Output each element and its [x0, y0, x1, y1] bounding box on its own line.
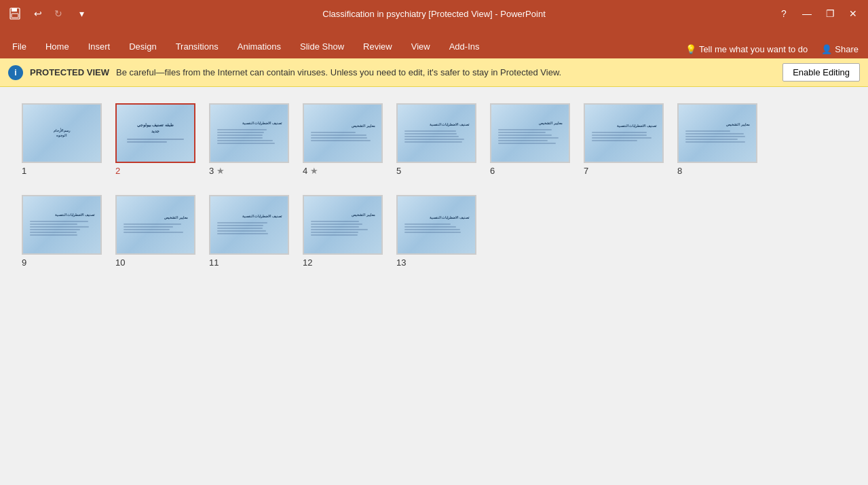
- slide-thumbnail-2: طبقه تصنيف بيولوجيجديد: [115, 103, 195, 163]
- slide-item-1[interactable]: رسم الأرحامالوجوه 1: [22, 103, 102, 176]
- minimize-button[interactable]: —: [797, 4, 816, 23]
- slide-star-4: ★: [310, 166, 318, 176]
- slide-item-13[interactable]: تصنيف الاضطرابات النفسية 13: [396, 195, 476, 268]
- window-title: Classification in psychiatry [Protected …: [322, 9, 546, 19]
- tab-file[interactable]: File: [3, 34, 36, 58]
- close-button[interactable]: ✕: [844, 4, 863, 23]
- tab-slide-show[interactable]: Slide Show: [290, 34, 354, 58]
- undo-button[interactable]: ↩: [29, 4, 48, 23]
- help-icon[interactable]: ?: [774, 4, 793, 23]
- tab-design[interactable]: Design: [119, 34, 166, 58]
- slide-thumbnail-13: تصنيف الاضطرابات النفسية: [396, 195, 476, 255]
- tab-home[interactable]: Home: [36, 34, 79, 58]
- customize-quick-access[interactable]: ▾: [72, 4, 91, 23]
- slide-number-2: 2: [115, 166, 120, 176]
- title-bar-left: ↩ ↻ ▾: [5, 4, 91, 23]
- slide-grid: رسم الأرحامالوجوه 1 طبقه تصنيف بيولوجيجد…: [0, 87, 868, 485]
- slide-number-9: 9: [22, 257, 26, 268]
- slide-thumbnail-6: معايير التشخيص: [490, 103, 570, 163]
- slide-item-4[interactable]: معايير التشخيص 4★: [303, 103, 383, 176]
- svg-rect-2: [12, 14, 18, 18]
- slide-item-8[interactable]: معايير التشخيص 8: [677, 103, 757, 176]
- tab-view[interactable]: View: [402, 34, 440, 58]
- search-box[interactable]: 💡 Tell me what you want to do: [679, 41, 814, 57]
- slide-thumbnail-8: معايير التشخيص: [677, 103, 757, 163]
- protected-view-message: Be careful—files from the Internet can c…: [116, 67, 776, 77]
- slide-star-3: ★: [216, 166, 225, 176]
- slide-number-7: 7: [584, 166, 588, 176]
- slide-thumbnail-11: تصنيف الاضطرابات النفسية: [209, 195, 289, 255]
- slide-thumbnail-5: تصنيف الاضطرابات النفسية: [396, 103, 476, 163]
- share-icon: 👤: [821, 44, 832, 54]
- slide-thumbnail-12: معايير التشخيص: [303, 195, 383, 255]
- slide-number-5: 5: [396, 166, 401, 176]
- slide-thumbnail-9: تصنيف الاضطرابات النفسية: [22, 195, 102, 255]
- slide-number-4: 4: [303, 166, 307, 176]
- slide-number-12: 12: [303, 257, 312, 268]
- ribbon-tabs: File Home Insert Design Transitions Anim…: [0, 27, 868, 58]
- slide-number-13: 13: [396, 257, 406, 268]
- title-bar-right: ? — ❐ ✕: [774, 4, 863, 23]
- slide-number-8: 8: [677, 166, 682, 176]
- slide-thumbnail-10: معايير التشخيص: [115, 195, 195, 255]
- slide-item-12[interactable]: معايير التشخيص 12: [303, 195, 383, 268]
- slide-number-10: 10: [115, 257, 125, 268]
- slide-number-1: 1: [22, 166, 26, 176]
- slide-item-3[interactable]: تصنيف الاضطرابات النفسية 3★: [209, 103, 289, 176]
- slide-item-11[interactable]: تصنيف الاضطرابات النفسية 11: [209, 195, 289, 268]
- slide-item-6[interactable]: معايير التشخيص 6: [490, 103, 570, 176]
- title-bar: ↩ ↻ ▾ Classification in psychiatry [Prot…: [0, 0, 868, 27]
- tab-transitions[interactable]: Transitions: [166, 34, 228, 58]
- slide-thumbnail-3: تصنيف الاضطرابات النفسية: [209, 103, 289, 163]
- enable-editing-button[interactable]: Enable Editing: [782, 63, 860, 82]
- slide-item-7[interactable]: تصنيف الاضطرابات النفسية 7: [584, 103, 664, 176]
- slide-thumbnail-1: رسم الأرحامالوجوه: [22, 103, 102, 163]
- redo-button[interactable]: ↻: [49, 4, 68, 23]
- slide-thumbnail-7: تصنيف الاضطرابات النفسية: [584, 103, 664, 163]
- slide-item-5[interactable]: تصنيف الاضطرابات النفسية 5: [396, 103, 476, 176]
- undo-redo-group: ↩ ↻: [29, 4, 68, 23]
- save-icon[interactable]: [5, 4, 24, 23]
- slide-thumbnail-4: معايير التشخيص: [303, 103, 383, 163]
- tab-add-ins[interactable]: Add-Ins: [440, 34, 489, 58]
- search-icon: 💡: [685, 44, 696, 54]
- svg-rect-1: [12, 8, 17, 12]
- slide-item-2[interactable]: طبقه تصنيف بيولوجيجديد 2: [115, 103, 195, 176]
- slide-item-9[interactable]: تصنيف الاضطرابات النفسية 9: [22, 195, 102, 268]
- tab-animations[interactable]: Animations: [228, 34, 290, 58]
- protected-view-label: PROTECTED VIEW: [30, 67, 109, 77]
- slide-item-10[interactable]: معايير التشخيص 10: [115, 195, 195, 268]
- slide-number-11: 11: [209, 257, 219, 268]
- share-button[interactable]: 👤 Share: [814, 41, 865, 57]
- restore-button[interactable]: ❐: [820, 4, 839, 23]
- protected-view-bar: i PROTECTED VIEW Be careful—files from t…: [0, 58, 868, 87]
- slide-number-6: 6: [490, 166, 495, 176]
- tab-review[interactable]: Review: [354, 34, 402, 58]
- tab-insert[interactable]: Insert: [79, 34, 120, 58]
- slide-number-3: 3: [209, 166, 214, 176]
- protected-info-icon: i: [8, 65, 23, 80]
